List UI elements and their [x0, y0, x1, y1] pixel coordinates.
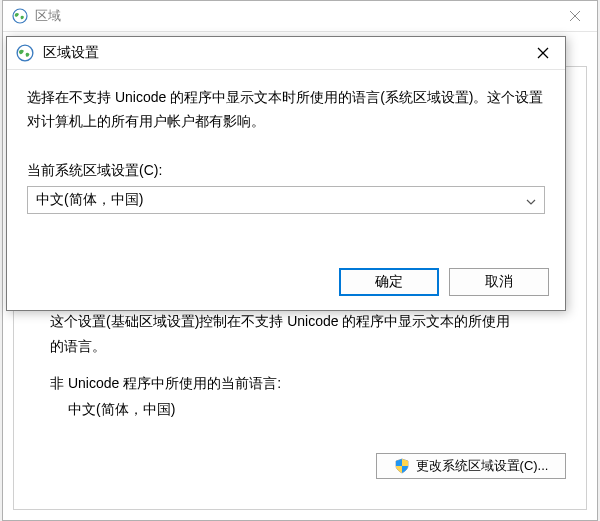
uac-shield-icon [394, 458, 410, 474]
locale-select[interactable]: 中文(简体，中国) [27, 186, 545, 214]
close-icon [569, 10, 581, 22]
parent-description: 这个设置(基础区域设置)控制在不支持 Unicode 的程序中显示文本的所使用 … [32, 309, 568, 359]
parent-description-line1: 这个设置(基础区域设置)控制在不支持 Unicode 的程序中显示文本的所使用 [50, 309, 568, 334]
region-settings-dialog: 区域设置 选择在不支持 Unicode 的程序中显示文本时所使用的语言(系统区域… [6, 36, 566, 311]
cancel-button-label: 取消 [485, 273, 513, 291]
ok-button[interactable]: 确定 [339, 268, 439, 296]
dialog-button-row: 确定 取消 [339, 268, 549, 296]
change-system-locale-button-label: 更改系统区域设置(C)... [416, 457, 549, 475]
parent-description-line2: 的语言。 [50, 334, 568, 359]
parent-close-button[interactable] [552, 1, 597, 31]
globe-icon [11, 7, 29, 25]
dialog-close-button[interactable] [520, 37, 565, 69]
locale-field-label: 当前系统区域设置(C): [27, 162, 545, 180]
close-icon [537, 47, 549, 59]
globe-icon [15, 43, 35, 63]
cancel-button[interactable]: 取消 [449, 268, 549, 296]
parent-window-title: 区域 [35, 7, 61, 25]
chevron-down-icon [526, 192, 536, 208]
change-system-locale-button[interactable]: 更改系统区域设置(C)... [376, 453, 566, 479]
current-language-value: 中文(简体，中国) [68, 401, 568, 419]
dialog-title: 区域设置 [43, 44, 99, 62]
dialog-body: 选择在不支持 Unicode 的程序中显示文本时所使用的语言(系统区域设置)。这… [7, 70, 565, 226]
dialog-description: 选择在不支持 Unicode 的程序中显示文本时所使用的语言(系统区域设置)。这… [27, 86, 545, 134]
parent-titlebar: 区域 [3, 1, 597, 32]
dialog-titlebar: 区域设置 [7, 37, 565, 70]
ok-button-label: 确定 [375, 273, 403, 291]
current-language-label: 非 Unicode 程序中所使用的当前语言: [50, 375, 568, 393]
locale-select-value: 中文(简体，中国) [36, 191, 143, 209]
